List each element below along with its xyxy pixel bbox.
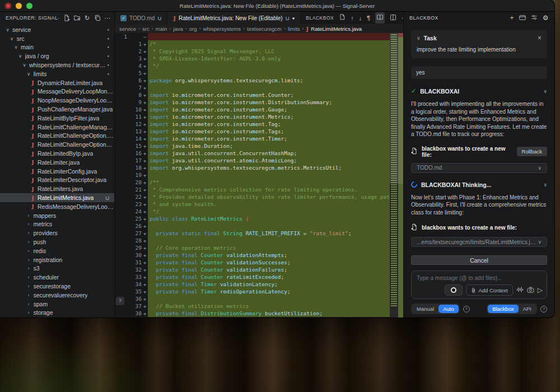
tree-item-limits[interactable]: ∨limits● [0, 69, 114, 78]
minimize-window-button[interactable] [16, 3, 22, 9]
dropdown-value: TODO.md [417, 165, 442, 171]
tree-item-ratelimitedbyip-java[interactable]: JRateLimitedByIp.java [0, 149, 114, 158]
previous-change-icon[interactable]: ↑ [351, 15, 354, 21]
tree-item-main[interactable]: ∨main● [0, 43, 114, 52]
tree-item-java-org[interactable]: ∨java / org● [0, 52, 114, 60]
tree-item-push[interactable]: ›push [0, 237, 114, 246]
dropdown-value: ...ems/textsecuregcm/limits/RateLimitMet… [417, 239, 538, 245]
message-input[interactable]: Type a message (@ to add files)... Add C… [411, 270, 547, 299]
file-dropdown-metrics[interactable]: ...ems/textsecuregcm/limits/RateLimitMet… [411, 237, 547, 247]
blackbox-provider-button[interactable]: Blackbox [488, 305, 519, 313]
breadcrumb-item[interactable]: limits [288, 26, 300, 32]
tree-item-registration[interactable]: ›registration [0, 255, 114, 264]
chevron-right-icon: › [26, 230, 32, 236]
ai-thinking-header[interactable]: BLACKBOXAI Thinking... ∨ [411, 181, 547, 188]
java-file-icon: J [30, 88, 36, 95]
tab-todo-md[interactable]: ✓ TODO.md U [115, 12, 167, 24]
inline-hint-button[interactable]: ? [116, 297, 124, 305]
breadcrumb-separator: › [169, 26, 171, 31]
scrollbar-thumb[interactable] [390, 33, 403, 184]
manual-mode-button[interactable]: Manual [412, 305, 438, 313]
ai-message-header[interactable]: ✓ BLACKBOXAI ∨ [411, 87, 547, 95]
tree-item-src[interactable]: ∨src● [0, 34, 114, 43]
chevron-right-icon: › [26, 221, 32, 227]
tree-item-scheduler[interactable]: ›scheduler [0, 273, 114, 282]
close-window-button[interactable] [5, 3, 11, 9]
open-preview-icon[interactable] [375, 12, 385, 24]
cancel-button[interactable]: Cancel [411, 255, 547, 265]
tree-item-whispersystems-textsecure[interactable]: ∨whispersystems / textsecure...● [0, 60, 114, 69]
tree-item-storage[interactable]: ›storage [0, 309, 114, 318]
tree-item-providers[interactable]: ›providers [0, 228, 114, 237]
blackbox-panel: BLACKBOX + ⚙ ∨ Task × improve the rate l… [403, 12, 554, 318]
tree-item-ratelimitchallengeoption-java[interactable]: JRateLimitChallengeOption.java [0, 132, 114, 141]
code-editor[interactable]: 1–1+/*2+ * Copyright 2025 Signal Messeng… [115, 33, 403, 318]
breadcrumb-item[interactable]: textsecuregcm [247, 26, 282, 32]
tree-item-ratelimitchallengeoptionman[interactable]: JRateLimitChallengeOptionMan... [0, 140, 114, 149]
breadcrumb-item[interactable]: main [156, 26, 167, 32]
tree-item-metrics[interactable]: ›metrics [0, 220, 114, 229]
api-provider-button[interactable]: API [519, 305, 536, 313]
open-in-window-icon[interactable] [519, 15, 526, 22]
tree-item-ratelimiterconfig-java[interactable]: JRateLimiterConfig.java [0, 167, 114, 176]
collapse-all-icon[interactable] [94, 15, 101, 21]
breadcrumb-item[interactable]: service [119, 26, 136, 32]
tree-item-pushchallengemanager-java[interactable]: JPushChallengeManager.java [0, 105, 114, 114]
tree-item-dynamicratelimiter-java[interactable]: JDynamicRateLimiter.java [0, 78, 114, 87]
breadcrumb-item[interactable]: java [173, 26, 183, 32]
mode-help-icon[interactable]: ? [463, 306, 470, 312]
tree-item-mappers[interactable]: ›mappers [0, 211, 114, 220]
tree-item-label: RateLimitByIpFilter.java [38, 115, 99, 122]
tree-item-ratelimitmetrics-java[interactable]: JRateLimitMetrics.javaU [0, 193, 114, 202]
titlebar[interactable]: RateLimitMetrics.java: New File (Editabl… [0, 0, 554, 12]
split-editor-icon[interactable] [390, 13, 396, 23]
modified-dot-icon[interactable]: ● [292, 16, 295, 21]
explorer-more-icon[interactable]: ⋯ [105, 15, 111, 21]
fullscreen-window-button[interactable] [26, 3, 32, 9]
chevron-down-icon[interactable]: ∨ [543, 182, 547, 188]
tree-item-noopmessagedeliveryloopmo[interactable]: JNoopMessageDeliveryLoopMo... [0, 96, 114, 105]
blackbox-logo-button[interactable] [445, 284, 463, 296]
tree-item-ratelimiter-java[interactable]: JRateLimiter.java [0, 158, 114, 167]
tree-item-redis[interactable]: ›redis [0, 246, 114, 255]
new-chat-icon[interactable]: + [510, 15, 514, 21]
tab-ratelimitmetrics-java[interactable]: J RateLimitMetrics.java: New File (Edita… [167, 12, 301, 24]
rollback-button[interactable]: Rollback [517, 147, 547, 156]
tree-item-ratelimitchallengemanager-java[interactable]: JRateLimitChallengeManager.java [0, 123, 114, 132]
task-card: ∨ Task × improve the rate limiting imple… [411, 30, 547, 58]
next-change-icon[interactable]: ↓ [359, 15, 362, 21]
close-task-icon[interactable]: × [538, 34, 542, 42]
chevron-down-icon[interactable]: ∨ [543, 88, 547, 94]
settings-sliders-icon[interactable] [531, 14, 538, 22]
tree-item-service[interactable]: ∨service● [0, 25, 114, 34]
breadcrumb-item[interactable]: whispersystems [203, 26, 241, 32]
camera-icon[interactable] [527, 287, 534, 294]
send-icon[interactable]: ▷ [538, 286, 543, 294]
chevron-down-icon: ∨ [538, 239, 542, 245]
file-dropdown-todo[interactable]: TODO.md ∨ [411, 163, 547, 173]
tree-item-spam[interactable]: ›spam [0, 300, 114, 309]
new-file-icon[interactable] [63, 15, 70, 21]
provider-help-icon[interactable]: ? [540, 306, 547, 312]
tree-item-securestorage[interactable]: ›securestorage [0, 282, 114, 291]
tree-item-s3[interactable]: ›s3 [0, 264, 114, 273]
refresh-icon[interactable]: ↻ [85, 15, 90, 21]
tree-item-messagedeliveryloopmonitor-j[interactable]: JMessageDeliveryLoopMonitor.j... [0, 87, 114, 96]
auto-mode-button[interactable]: Auto [438, 305, 459, 313]
tree-item-ratelimiterdescriptor-java[interactable]: JRateLimiterDescriptor.java [0, 176, 114, 185]
tree-item-ratelimitbyipfilter-java[interactable]: JRateLimitByIpFilter.java [0, 114, 114, 123]
git-status-badge: U [157, 15, 161, 21]
add-context-button[interactable]: Add Context [466, 284, 512, 296]
pilcrow-icon[interactable]: ¶ [367, 15, 370, 21]
tree-item-redismessagedeliveryloopmo[interactable]: JRedisMessageDeliveryLoopMo... [0, 202, 114, 211]
tree-item-ratelimiters-java[interactable]: JRateLimiters.java [0, 184, 114, 193]
open-changes-icon[interactable] [339, 13, 346, 23]
breadcrumb-item[interactable]: src [142, 26, 150, 32]
gear-icon[interactable]: ⚙ [543, 15, 549, 21]
new-folder-icon[interactable] [74, 15, 81, 21]
voice-waveform-icon[interactable] [516, 286, 524, 294]
tree-item-securevaluerecovery[interactable]: ›securevaluerecovery [0, 291, 114, 300]
breadcrumb-item[interactable]: RateLimitMetrics.java [311, 26, 362, 32]
breadcrumb-item[interactable]: org [189, 26, 197, 32]
chevron-down-icon[interactable]: ∨ [417, 35, 421, 41]
